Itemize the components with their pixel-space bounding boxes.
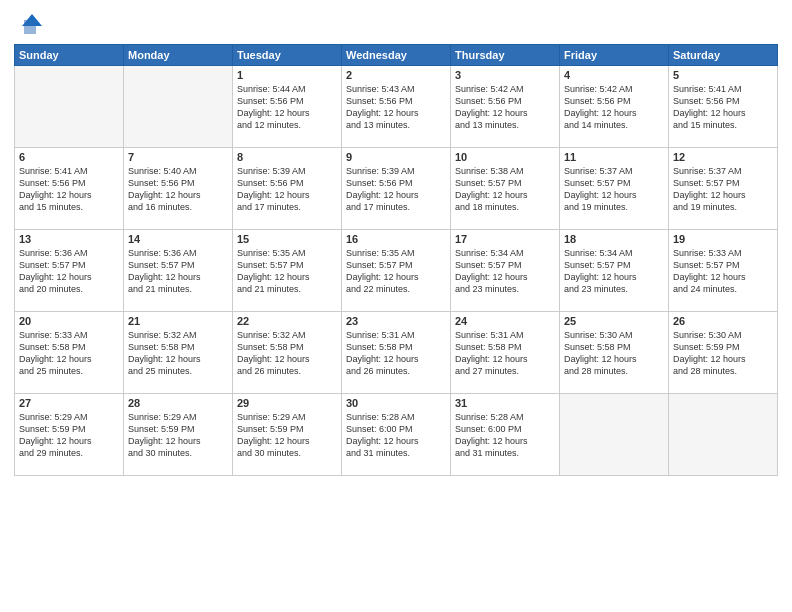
calendar-cell: 14Sunrise: 5:36 AM Sunset: 5:57 PM Dayli… bbox=[124, 230, 233, 312]
day-number: 6 bbox=[19, 151, 119, 163]
calendar-cell: 16Sunrise: 5:35 AM Sunset: 5:57 PM Dayli… bbox=[342, 230, 451, 312]
day-number: 22 bbox=[237, 315, 337, 327]
header bbox=[14, 10, 778, 38]
calendar-cell: 10Sunrise: 5:38 AM Sunset: 5:57 PM Dayli… bbox=[451, 148, 560, 230]
day-info: Sunrise: 5:40 AM Sunset: 5:56 PM Dayligh… bbox=[128, 165, 228, 214]
day-info: Sunrise: 5:29 AM Sunset: 5:59 PM Dayligh… bbox=[19, 411, 119, 460]
day-info: Sunrise: 5:36 AM Sunset: 5:57 PM Dayligh… bbox=[128, 247, 228, 296]
day-number: 26 bbox=[673, 315, 773, 327]
day-info: Sunrise: 5:37 AM Sunset: 5:57 PM Dayligh… bbox=[564, 165, 664, 214]
day-info: Sunrise: 5:34 AM Sunset: 5:57 PM Dayligh… bbox=[564, 247, 664, 296]
day-info: Sunrise: 5:32 AM Sunset: 5:58 PM Dayligh… bbox=[237, 329, 337, 378]
weekday-header: SundayMondayTuesdayWednesdayThursdayFrid… bbox=[15, 45, 778, 66]
calendar-cell: 19Sunrise: 5:33 AM Sunset: 5:57 PM Dayli… bbox=[669, 230, 778, 312]
weekday-header-cell: Wednesday bbox=[342, 45, 451, 66]
day-info: Sunrise: 5:34 AM Sunset: 5:57 PM Dayligh… bbox=[455, 247, 555, 296]
day-number: 4 bbox=[564, 69, 664, 81]
day-info: Sunrise: 5:28 AM Sunset: 6:00 PM Dayligh… bbox=[455, 411, 555, 460]
day-info: Sunrise: 5:38 AM Sunset: 5:57 PM Dayligh… bbox=[455, 165, 555, 214]
weekday-header-cell: Tuesday bbox=[233, 45, 342, 66]
day-number: 14 bbox=[128, 233, 228, 245]
calendar-cell: 24Sunrise: 5:31 AM Sunset: 5:58 PM Dayli… bbox=[451, 312, 560, 394]
day-number: 30 bbox=[346, 397, 446, 409]
calendar-cell bbox=[560, 394, 669, 476]
calendar-cell bbox=[124, 66, 233, 148]
calendar-cell: 28Sunrise: 5:29 AM Sunset: 5:59 PM Dayli… bbox=[124, 394, 233, 476]
day-info: Sunrise: 5:31 AM Sunset: 5:58 PM Dayligh… bbox=[455, 329, 555, 378]
logo-icon bbox=[14, 10, 42, 38]
calendar-cell: 7Sunrise: 5:40 AM Sunset: 5:56 PM Daylig… bbox=[124, 148, 233, 230]
calendar-cell: 21Sunrise: 5:32 AM Sunset: 5:58 PM Dayli… bbox=[124, 312, 233, 394]
day-number: 29 bbox=[237, 397, 337, 409]
day-number: 18 bbox=[564, 233, 664, 245]
calendar-cell: 9Sunrise: 5:39 AM Sunset: 5:56 PM Daylig… bbox=[342, 148, 451, 230]
calendar-cell: 15Sunrise: 5:35 AM Sunset: 5:57 PM Dayli… bbox=[233, 230, 342, 312]
week-row: 1Sunrise: 5:44 AM Sunset: 5:56 PM Daylig… bbox=[15, 66, 778, 148]
day-number: 8 bbox=[237, 151, 337, 163]
day-info: Sunrise: 5:29 AM Sunset: 5:59 PM Dayligh… bbox=[128, 411, 228, 460]
day-info: Sunrise: 5:43 AM Sunset: 5:56 PM Dayligh… bbox=[346, 83, 446, 132]
calendar-cell: 8Sunrise: 5:39 AM Sunset: 5:56 PM Daylig… bbox=[233, 148, 342, 230]
day-info: Sunrise: 5:41 AM Sunset: 5:56 PM Dayligh… bbox=[19, 165, 119, 214]
day-info: Sunrise: 5:42 AM Sunset: 5:56 PM Dayligh… bbox=[564, 83, 664, 132]
logo bbox=[14, 10, 46, 38]
day-number: 3 bbox=[455, 69, 555, 81]
day-number: 15 bbox=[237, 233, 337, 245]
page: SundayMondayTuesdayWednesdayThursdayFrid… bbox=[0, 0, 792, 612]
calendar-cell: 20Sunrise: 5:33 AM Sunset: 5:58 PM Dayli… bbox=[15, 312, 124, 394]
day-number: 17 bbox=[455, 233, 555, 245]
week-row: 20Sunrise: 5:33 AM Sunset: 5:58 PM Dayli… bbox=[15, 312, 778, 394]
calendar: SundayMondayTuesdayWednesdayThursdayFrid… bbox=[14, 44, 778, 476]
day-number: 27 bbox=[19, 397, 119, 409]
day-info: Sunrise: 5:36 AM Sunset: 5:57 PM Dayligh… bbox=[19, 247, 119, 296]
weekday-header-cell: Monday bbox=[124, 45, 233, 66]
day-info: Sunrise: 5:32 AM Sunset: 5:58 PM Dayligh… bbox=[128, 329, 228, 378]
day-number: 23 bbox=[346, 315, 446, 327]
calendar-cell: 25Sunrise: 5:30 AM Sunset: 5:58 PM Dayli… bbox=[560, 312, 669, 394]
calendar-cell: 6Sunrise: 5:41 AM Sunset: 5:56 PM Daylig… bbox=[15, 148, 124, 230]
day-number: 11 bbox=[564, 151, 664, 163]
week-row: 6Sunrise: 5:41 AM Sunset: 5:56 PM Daylig… bbox=[15, 148, 778, 230]
day-info: Sunrise: 5:39 AM Sunset: 5:56 PM Dayligh… bbox=[346, 165, 446, 214]
calendar-cell: 31Sunrise: 5:28 AM Sunset: 6:00 PM Dayli… bbox=[451, 394, 560, 476]
calendar-cell: 26Sunrise: 5:30 AM Sunset: 5:59 PM Dayli… bbox=[669, 312, 778, 394]
calendar-cell: 22Sunrise: 5:32 AM Sunset: 5:58 PM Dayli… bbox=[233, 312, 342, 394]
day-info: Sunrise: 5:42 AM Sunset: 5:56 PM Dayligh… bbox=[455, 83, 555, 132]
day-info: Sunrise: 5:33 AM Sunset: 5:57 PM Dayligh… bbox=[673, 247, 773, 296]
calendar-cell: 29Sunrise: 5:29 AM Sunset: 5:59 PM Dayli… bbox=[233, 394, 342, 476]
calendar-cell: 12Sunrise: 5:37 AM Sunset: 5:57 PM Dayli… bbox=[669, 148, 778, 230]
weekday-header-cell: Saturday bbox=[669, 45, 778, 66]
day-info: Sunrise: 5:33 AM Sunset: 5:58 PM Dayligh… bbox=[19, 329, 119, 378]
calendar-cell: 5Sunrise: 5:41 AM Sunset: 5:56 PM Daylig… bbox=[669, 66, 778, 148]
day-number: 21 bbox=[128, 315, 228, 327]
calendar-cell: 1Sunrise: 5:44 AM Sunset: 5:56 PM Daylig… bbox=[233, 66, 342, 148]
weekday-header-cell: Sunday bbox=[15, 45, 124, 66]
calendar-cell: 3Sunrise: 5:42 AM Sunset: 5:56 PM Daylig… bbox=[451, 66, 560, 148]
day-info: Sunrise: 5:30 AM Sunset: 5:58 PM Dayligh… bbox=[564, 329, 664, 378]
day-number: 9 bbox=[346, 151, 446, 163]
day-info: Sunrise: 5:30 AM Sunset: 5:59 PM Dayligh… bbox=[673, 329, 773, 378]
day-info: Sunrise: 5:44 AM Sunset: 5:56 PM Dayligh… bbox=[237, 83, 337, 132]
calendar-cell: 13Sunrise: 5:36 AM Sunset: 5:57 PM Dayli… bbox=[15, 230, 124, 312]
calendar-cell: 27Sunrise: 5:29 AM Sunset: 5:59 PM Dayli… bbox=[15, 394, 124, 476]
day-number: 31 bbox=[455, 397, 555, 409]
week-row: 27Sunrise: 5:29 AM Sunset: 5:59 PM Dayli… bbox=[15, 394, 778, 476]
day-number: 10 bbox=[455, 151, 555, 163]
day-info: Sunrise: 5:28 AM Sunset: 6:00 PM Dayligh… bbox=[346, 411, 446, 460]
day-number: 1 bbox=[237, 69, 337, 81]
calendar-cell: 30Sunrise: 5:28 AM Sunset: 6:00 PM Dayli… bbox=[342, 394, 451, 476]
calendar-body: 1Sunrise: 5:44 AM Sunset: 5:56 PM Daylig… bbox=[15, 66, 778, 476]
weekday-header-cell: Thursday bbox=[451, 45, 560, 66]
calendar-cell: 23Sunrise: 5:31 AM Sunset: 5:58 PM Dayli… bbox=[342, 312, 451, 394]
day-info: Sunrise: 5:39 AM Sunset: 5:56 PM Dayligh… bbox=[237, 165, 337, 214]
weekday-header-cell: Friday bbox=[560, 45, 669, 66]
day-info: Sunrise: 5:29 AM Sunset: 5:59 PM Dayligh… bbox=[237, 411, 337, 460]
day-number: 2 bbox=[346, 69, 446, 81]
day-number: 28 bbox=[128, 397, 228, 409]
day-info: Sunrise: 5:41 AM Sunset: 5:56 PM Dayligh… bbox=[673, 83, 773, 132]
calendar-cell bbox=[15, 66, 124, 148]
calendar-cell bbox=[669, 394, 778, 476]
svg-marker-1 bbox=[24, 20, 36, 34]
day-number: 20 bbox=[19, 315, 119, 327]
day-number: 12 bbox=[673, 151, 773, 163]
